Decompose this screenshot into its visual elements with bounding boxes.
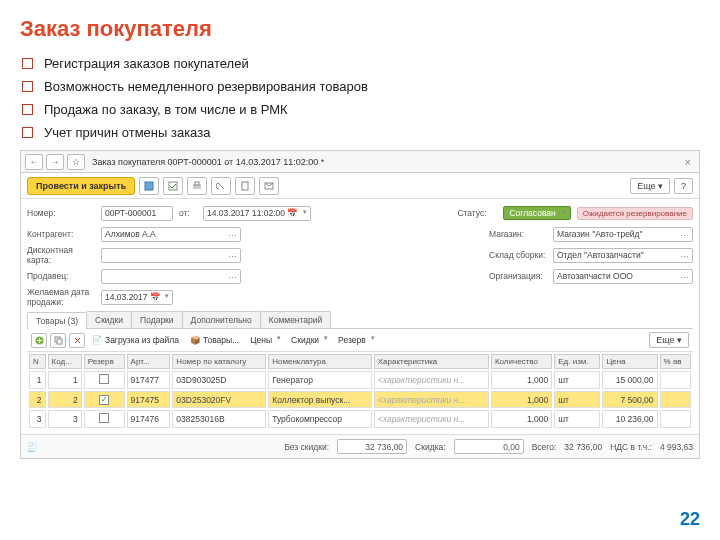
- total-value: 32 736,00: [564, 442, 602, 452]
- date-field[interactable]: 14.03.2017 11:02:00 📅: [203, 206, 311, 221]
- forward-button[interactable]: →: [46, 154, 64, 170]
- grid-header[interactable]: Количество: [491, 354, 552, 369]
- totals-bar: 🧾 Без скидки: 32 736,00 Скидка: 0,00 Все…: [21, 434, 699, 458]
- stamp-icon: 🧾: [27, 442, 38, 452]
- tabs: Товары (3) Скидки Подарки Дополнительно …: [27, 311, 693, 329]
- grid-header[interactable]: Ед. изм.: [554, 354, 600, 369]
- tab-gifts[interactable]: Подарки: [131, 311, 183, 328]
- seller-field[interactable]: [101, 269, 241, 284]
- discount-value: 0,00: [454, 439, 524, 454]
- goods-button[interactable]: 📦 Товары...: [186, 333, 243, 347]
- report-button[interactable]: [235, 177, 255, 195]
- help-button[interactable]: ?: [674, 178, 693, 194]
- bullet-item: Продажа по заказу, в том числе и в РМК: [20, 102, 700, 117]
- window-title: Заказ покупателя 00РТ-000001 от 14.03.20…: [92, 157, 678, 167]
- post-and-close-button[interactable]: Провести и закрыть: [27, 177, 135, 195]
- org-field[interactable]: Автозапчасти ООО: [553, 269, 693, 284]
- post-button[interactable]: [163, 177, 183, 195]
- save-button[interactable]: [139, 177, 159, 195]
- action-bar: Провести и закрыть Еще ▾ ?: [21, 173, 699, 199]
- grid-header[interactable]: Номер по каталогу: [172, 354, 266, 369]
- discount-card-field[interactable]: [101, 248, 241, 263]
- no-discount-value: 32 736,00: [337, 439, 407, 454]
- vat-value: 4 993,63: [660, 442, 693, 452]
- grid-header[interactable]: Резерв: [84, 354, 125, 369]
- favorite-button[interactable]: ☆: [67, 154, 85, 170]
- seller-label: Продавец:: [27, 271, 95, 281]
- tab-additional[interactable]: Дополнительно: [182, 311, 261, 328]
- svg-rect-0: [145, 182, 153, 190]
- counterparty-label: Контрагент:: [27, 229, 95, 239]
- discount-card-label: Дисконтная карта:: [27, 245, 95, 265]
- add-row-button[interactable]: [31, 333, 47, 348]
- from-label: от:: [179, 208, 197, 218]
- table-row[interactable]: 33917476038253016BТурбокомпрессор<характ…: [29, 410, 691, 428]
- email-button[interactable]: [259, 177, 279, 195]
- grid-header[interactable]: Код...: [48, 354, 82, 369]
- grid-header[interactable]: % ав: [660, 354, 691, 369]
- bullet-item: Возможность немедленного резервирования …: [20, 79, 700, 94]
- delete-row-button[interactable]: [69, 333, 85, 348]
- more-button[interactable]: Еще ▾: [630, 178, 670, 194]
- desired-date-field[interactable]: 14.03.2017 📅: [101, 290, 173, 305]
- desired-date-label: Желаемая дата продажи:: [27, 287, 95, 307]
- total-label: Всего:: [532, 442, 557, 452]
- window-toolbar: ← → ☆ Заказ покупателя 00РТ-000001 от 14…: [21, 151, 699, 173]
- svg-rect-8: [57, 339, 62, 344]
- warehouse-field[interactable]: Отдел "Автозапчасти": [553, 248, 693, 263]
- tab-goods[interactable]: Товары (3): [27, 312, 87, 329]
- files-button[interactable]: [211, 177, 231, 195]
- slide-title: Заказ покупателя: [20, 16, 700, 42]
- tab-comment[interactable]: Комментарий: [260, 311, 332, 328]
- bullet-item: Регистрация заказов покупателей: [20, 56, 700, 71]
- vat-label: НДС в т.ч.:: [610, 442, 652, 452]
- copy-row-button[interactable]: [50, 333, 66, 348]
- svg-rect-3: [195, 182, 199, 185]
- warehouse-label: Склад сборки:: [489, 250, 547, 260]
- print-button[interactable]: [187, 177, 207, 195]
- prices-dropdown[interactable]: Цены: [246, 333, 284, 347]
- page-number: 22: [680, 509, 700, 530]
- back-button[interactable]: ←: [25, 154, 43, 170]
- app-window: ← → ☆ Заказ покупателя 00РТ-000001 от 14…: [20, 150, 700, 459]
- grid-header[interactable]: Арт...: [127, 354, 171, 369]
- table-row[interactable]: 1191747703D903025DГенератор<характеристи…: [29, 371, 691, 389]
- tab-toolbar: 📄 Загрузка из файла 📦 Товары... Цены Ски…: [27, 329, 693, 352]
- bullet-item: Учет причин отмены заказа: [20, 125, 700, 140]
- grid-header[interactable]: Номенклатура: [268, 354, 372, 369]
- grid-header[interactable]: N: [29, 354, 46, 369]
- status-dropdown[interactable]: Согласован: [503, 206, 570, 220]
- status-label: Статус:: [457, 208, 497, 218]
- load-from-file-button[interactable]: 📄 Загрузка из файла: [88, 333, 183, 347]
- discounts-dropdown[interactable]: Скидки: [287, 333, 331, 347]
- store-field[interactable]: Магазин "Авто-трейд": [553, 227, 693, 242]
- form-area: Номер: 00РТ-000001 от: 14.03.2017 11:02:…: [21, 199, 699, 434]
- goods-grid[interactable]: NКод...РезервАрт...Номер по каталогуНоме…: [27, 352, 693, 430]
- table-row[interactable]: 22✓91747503D253020FVКоллектор выпуск...<…: [29, 391, 691, 408]
- store-label: Магазин:: [489, 229, 547, 239]
- number-label: Номер:: [27, 208, 95, 218]
- org-label: Организация:: [489, 271, 547, 281]
- no-discount-label: Без скидки:: [284, 442, 329, 452]
- reserve-dropdown[interactable]: Резерв: [334, 333, 378, 347]
- discount-label: Скидка:: [415, 442, 446, 452]
- svg-rect-4: [242, 182, 248, 190]
- counterparty-field[interactable]: Алхимов А.А: [101, 227, 241, 242]
- number-field[interactable]: 00РТ-000001: [101, 206, 173, 221]
- tab-discounts[interactable]: Скидки: [86, 311, 132, 328]
- grid-header[interactable]: Цена: [602, 354, 657, 369]
- bullet-list: Регистрация заказов покупателей Возможно…: [20, 56, 700, 140]
- close-button[interactable]: ×: [681, 156, 695, 168]
- status-badge: Ожидается резервирование: [577, 207, 693, 220]
- grid-header[interactable]: Характеристика: [374, 354, 489, 369]
- tab-more-button[interactable]: Еще ▾: [649, 332, 689, 348]
